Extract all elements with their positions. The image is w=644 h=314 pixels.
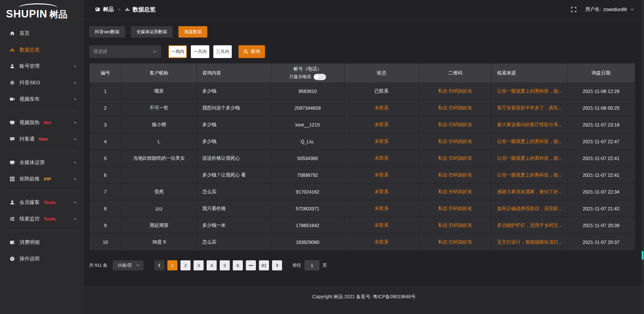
qrcode-link[interactable]: 私信 扫码加好友: [438, 105, 472, 110]
sidebar-item[interactable]: 抖音SEO: [0, 74, 84, 91]
range-button[interactable]: 一月内: [191, 45, 209, 58]
qrcode-link[interactable]: 私信 扫码加好友: [438, 88, 472, 94]
prev-page-button[interactable]: [154, 260, 164, 270]
page-button[interactable]: 3: [194, 260, 204, 270]
page-ellipsis-button[interactable]: •••: [246, 260, 256, 270]
sidebar-item-label: 账号管理: [19, 63, 40, 69]
sidebar-item[interactable]: ?操作说明: [0, 251, 84, 267]
sidebar-item[interactable]: 数据总览: [0, 42, 84, 58]
source-link[interactable]: 让你一眼就爱上的黑科技，能...: [497, 155, 562, 161]
app-icon: [95, 7, 100, 12]
qrcode-link[interactable]: 私信 扫码加好友: [438, 206, 472, 211]
cell-account: 9583810: [271, 83, 344, 100]
tab-button[interactable]: 抖音seo数据: [89, 26, 125, 38]
qrcode-link[interactable]: 私信 扫码加好友: [438, 239, 472, 245]
sidebar-item-label: 矩阵助推: [19, 176, 40, 182]
source-link[interactable]: 让你一眼就爱上的黑科技，能...: [497, 139, 562, 144]
sidebar-item-label: 会员爆客: [19, 199, 40, 206]
total-count: 共 911 条: [89, 262, 107, 268]
chart-icon: [125, 7, 130, 12]
data-tabs: 抖音seo数据全媒体运营数据询盘数据: [89, 26, 644, 38]
sidebar-item[interactable]: 视频发布: [0, 91, 84, 107]
page-button[interactable]: 2: [180, 260, 191, 270]
qrcode-link[interactable]: 私信 扫码加好友: [438, 189, 472, 194]
qrcode-link[interactable]: 私信 扫码加好友: [438, 122, 472, 127]
page-button[interactable]: 4: [207, 260, 217, 270]
page-button[interactable]: 92: [259, 260, 269, 270]
page-button[interactable]: 1: [167, 260, 177, 270]
menu-divider: [6, 111, 78, 111]
source-link[interactable]: 多功能护栏灯，适用于乡村文...: [497, 222, 562, 228]
source-link[interactable]: 无主灯设计，智能磁吸轨道灯...: [497, 239, 562, 245]
sidebar-item-label: 首页: [19, 30, 30, 37]
fullscreen-icon[interactable]: [571, 7, 577, 12]
filter-bar: 请选择 一周内一月内三月内 查询: [89, 45, 644, 58]
cell-date: 2021-11-07 22:47: [567, 133, 635, 150]
source-link[interactable]: 如何正确选择投影仪，买投影...: [497, 206, 562, 211]
tab-button[interactable]: 询盘数据: [178, 26, 207, 38]
sidebar-item-label: 数据总览: [19, 47, 40, 53]
cell-status: 未联系: [344, 116, 419, 133]
source-link[interactable]: 让你一眼就爱上的黑科技，能...: [497, 172, 562, 177]
qrcode-link[interactable]: 私信 扫码加好友: [438, 222, 472, 228]
sidebar-item[interactable]: 全媒体运营: [0, 154, 84, 171]
sidebar-item[interactable]: 视频加热Hot: [0, 114, 84, 131]
qrcode-link[interactable]: 私信 扫码加好友: [438, 139, 472, 144]
menu-divider: [6, 230, 78, 231]
breadcrumb-separator: >: [118, 7, 121, 12]
table-row: 2不可一世我想问这个多少钱2097344839未联系私信 扫码加好友客厅安装投影…: [90, 100, 635, 116]
page-button[interactable]: 6: [233, 260, 243, 270]
cell-status: 未联系: [344, 100, 419, 116]
user-menu[interactable]: 用户名: zswodun88: [585, 6, 635, 12]
cell-status: 未联系: [344, 133, 419, 150]
chevron-down-icon: [630, 7, 635, 12]
cell-account: 50534380: [271, 150, 344, 167]
cell-account: 183929060: [271, 234, 344, 251]
breadcrumb-home[interactable]: 树品: [103, 6, 114, 13]
source-link[interactable]: 感谢大家喜欢我家，被问了好...: [497, 189, 562, 194]
phone-only-toggle[interactable]: [314, 74, 326, 80]
tab-button[interactable]: 全媒体运营数据: [131, 26, 173, 38]
sidebar-item[interactable]: 消费明细: [0, 234, 84, 251]
cell-qrcode: 私信 扫码加好友: [419, 200, 492, 217]
grid-icon: [9, 176, 15, 182]
cell-number: 1: [90, 83, 121, 100]
qrcode-link[interactable]: 私信 扫码加好友: [438, 155, 472, 161]
sidebar-item[interactable]: 账号管理: [0, 58, 84, 74]
filter-select[interactable]: 请选择: [89, 45, 161, 58]
cell-source: 无主灯设计，智能磁吸轨道灯...: [492, 234, 567, 251]
page-size-select[interactable]: 10条/页: [113, 260, 144, 270]
chevron-left-icon: [157, 263, 162, 268]
source-link[interactable]: 让你一眼就爱上的黑科技，能...: [497, 88, 562, 94]
range-button[interactable]: 三月内: [213, 45, 232, 58]
sidebar-item[interactable]: 会员爆客Tools: [0, 194, 84, 211]
page-button[interactable]: 5: [220, 260, 230, 270]
cell-nickname: 哦章: [121, 83, 197, 100]
status-badge: 未联系: [375, 206, 389, 211]
cell-number: 8: [90, 200, 121, 217]
cell-status: 未联系: [344, 200, 419, 217]
sidebar-item[interactable]: 首页: [0, 25, 84, 42]
table-row: 6多少钱？让我死心 看70898792未联系私信 扫码加好友让你一眼就爱上的黑科…: [90, 167, 635, 184]
goto-page-input[interactable]: [305, 260, 319, 270]
scrollbar[interactable]: [641, 0, 644, 314]
range-button[interactable]: 一周内: [168, 45, 187, 58]
chevron-down-icon: [73, 64, 77, 68]
source-link[interactable]: 被大家追着问的客厅投影分享...: [497, 122, 562, 127]
cell-number: 4: [90, 133, 121, 150]
cell-qrcode: 私信 扫码加好友: [419, 100, 492, 116]
cell-account: 70898792: [271, 167, 344, 184]
question-icon: ?: [9, 256, 15, 262]
search-button[interactable]: 查询: [238, 45, 265, 58]
scrollbar-thumb[interactable]: [642, 251, 644, 260]
cell-source: 被大家追着问的客厅投影分享...: [492, 116, 567, 133]
chevron-down-icon: [73, 121, 77, 125]
next-page-button[interactable]: [272, 260, 282, 270]
sidebar-item[interactable]: 矩阵助推VIP: [0, 171, 84, 187]
sidebar-item[interactable]: 线索监控Tools: [0, 211, 84, 227]
sidebar-item[interactable]: 抖客通New: [0, 131, 84, 147]
cell-nickname: 36度 8: [121, 234, 197, 251]
cell-nickname: 潮起潮落: [121, 217, 197, 234]
source-link[interactable]: 客厅安装投影半年多了，真实...: [497, 105, 562, 110]
qrcode-link[interactable]: 私信 扫码加好友: [438, 172, 472, 177]
